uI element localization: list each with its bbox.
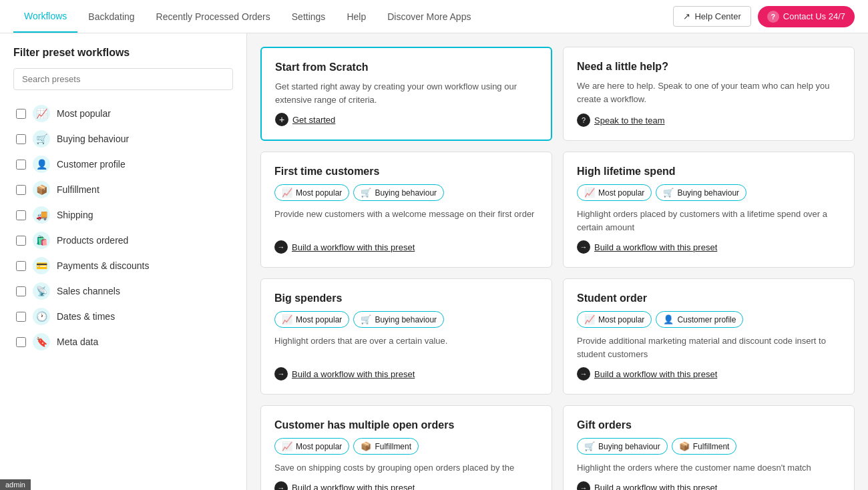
filter-checkbox-payments-discounts[interactable] — [16, 261, 26, 271]
external-link-icon: ↗ — [683, 11, 690, 21]
help-center-button[interactable]: ↗ Help Center — [673, 6, 750, 27]
nav-link-recently-processed[interactable]: Recently Processed Orders — [146, 1, 281, 32]
card-big-spenders: Big spenders 📈Most popular🛒Buying behavi… — [260, 278, 552, 395]
filter-checkbox-sales-channels[interactable] — [16, 286, 26, 296]
card-desc-high-lifetime-spend: Highlight orders placed by customers wit… — [577, 208, 841, 234]
card-desc-start-scratch: Get started right away by creating your … — [275, 80, 537, 106]
filter-icon-customer-profile: 👤 — [33, 156, 50, 173]
filter-item-sales-channels[interactable]: 📡 Sales channels — [13, 278, 233, 304]
filter-checkbox-meta-data[interactable] — [16, 337, 26, 347]
tag-most-popular: 📈Most popular — [274, 311, 349, 328]
filter-item-dates-times[interactable]: 🕐 Dates & times — [13, 304, 233, 329]
nav-actions: ↗ Help Center ? Contact Us 24/7 — [673, 6, 855, 27]
filter-item-customer-profile[interactable]: 👤 Customer profile — [13, 152, 233, 177]
card-tags-student-order: 📈Most popular👤Customer profile — [577, 311, 841, 328]
search-input[interactable] — [13, 68, 233, 90]
nav-links: WorkflowsBackdatingRecently Processed Or… — [13, 1, 673, 33]
arrow-icon-customer-multiple-orders: → — [274, 481, 288, 491]
filter-icon-meta-data: 🔖 — [33, 333, 50, 350]
arrow-icon-high-lifetime-spend: → — [577, 240, 590, 254]
tag-most-popular: 📈Most popular — [577, 311, 652, 328]
tag-most-popular: 📈Most popular — [274, 438, 349, 455]
arrow-icon-gift-orders: → — [577, 481, 590, 491]
preset-link-gift-orders[interactable]: → Build a workflow with this preset — [577, 481, 841, 491]
preset-link-first-time-customers[interactable]: → Build a workflow with this preset — [274, 240, 538, 254]
nav-link-settings[interactable]: Settings — [281, 1, 337, 32]
card-title-big-spenders: Big spenders — [274, 292, 538, 304]
preset-link-customer-multiple-orders[interactable]: → Build a workflow with this preset — [274, 481, 538, 491]
sidebar: Filter preset workflows 📈 Most popular 🛒… — [0, 33, 247, 490]
filter-checkbox-shipping[interactable] — [16, 210, 26, 220]
tag-buying-behaviour: 🛒Buying behaviour — [577, 438, 668, 455]
arrow-icon-big-spenders: → — [274, 367, 288, 381]
filter-label-shipping: Shipping — [57, 210, 93, 220]
filter-list: 📈 Most popular 🛒 Buying behaviour 👤 Cust… — [13, 101, 233, 354]
card-customer-multiple-orders: Customer has multiple open orders 📈Most … — [260, 405, 552, 490]
filter-label-products-ordered: Products ordered — [57, 235, 128, 246]
card-desc-gift-orders: Highlight the orders where the customer … — [577, 461, 841, 475]
card-title-start-scratch: Start from Scratch — [275, 61, 537, 73]
preset-link-student-order[interactable]: → Build a workflow with this preset — [577, 367, 841, 381]
cards-grid: Start from Scratch Get started right awa… — [260, 47, 855, 490]
preset-link-high-lifetime-spend[interactable]: → Build a workflow with this preset — [577, 240, 841, 254]
filter-icon-sales-channels: 📡 — [33, 282, 50, 300]
contact-button[interactable]: ? Contact Us 24/7 — [758, 6, 855, 27]
card-title-gift-orders: Gift orders — [577, 419, 841, 431]
filter-label-customer-profile: Customer profile — [57, 159, 126, 170]
filter-item-payments-discounts[interactable]: 💳 Payments & discounts — [13, 253, 233, 278]
card-need-help: Need a little help? We are here to help.… — [563, 47, 855, 141]
filter-checkbox-most-popular[interactable] — [16, 109, 26, 119]
card-student-order: Student order 📈Most popular👤Customer pro… — [563, 278, 855, 395]
card-desc-student-order: Provide additional marketing material an… — [577, 334, 841, 360]
card-title-first-time-customers: First time customers — [274, 166, 538, 178]
card-title-high-lifetime-spend: High lifetime spend — [577, 166, 841, 178]
preset-link-big-spenders[interactable]: → Build a workflow with this preset — [274, 367, 538, 381]
filter-item-most-popular[interactable]: 📈 Most popular — [13, 101, 233, 126]
question-circle-icon: ? — [577, 113, 590, 127]
filter-icon-fulfillment: 📦 — [33, 181, 50, 198]
filter-checkbox-fulfillment[interactable] — [16, 185, 26, 195]
card-desc-big-spenders: Highlight orders that are over a certain… — [274, 334, 538, 360]
card-gift-orders: Gift orders 🛒Buying behaviour📦Fulfillmen… — [563, 405, 855, 490]
help-center-label: Help Center — [694, 11, 740, 21]
contact-label: Contact Us 24/7 — [783, 11, 845, 21]
speak-team-link[interactable]: ? Speak to the team — [577, 113, 841, 127]
filter-label-fulfillment: Fulfillment — [57, 184, 99, 195]
filter-item-shipping[interactable]: 🚚 Shipping — [13, 202, 233, 228]
admin-badge: admin — [0, 479, 31, 490]
tag-buying-behaviour: 🛒Buying behaviour — [656, 184, 746, 201]
tag-customer-profile: 👤Customer profile — [656, 311, 743, 328]
filter-label-meta-data: Meta data — [57, 336, 98, 347]
sidebar-title: Filter preset workflows — [13, 47, 233, 59]
card-title-customer-multiple-orders: Customer has multiple open orders — [274, 419, 538, 431]
tag-fulfillment: 📦Fulfillment — [353, 438, 419, 455]
filter-item-products-ordered[interactable]: 🛍️ Products ordered — [13, 228, 233, 253]
card-start-scratch: Start from Scratch Get started right awa… — [260, 47, 552, 141]
nav-link-discover[interactable]: Discover More Apps — [377, 1, 481, 32]
filter-icon-products-ordered: 🛍️ — [33, 232, 50, 249]
card-title-need-help: Need a little help? — [577, 61, 841, 73]
filter-icon-dates-times: 🕐 — [33, 308, 50, 325]
card-tags-high-lifetime-spend: 📈Most popular🛒Buying behaviour — [577, 184, 841, 201]
filter-item-buying-behaviour[interactable]: 🛒 Buying behaviour — [13, 126, 233, 152]
tag-buying-behaviour: 🛒Buying behaviour — [353, 311, 444, 328]
main-nav: WorkflowsBackdatingRecently Processed Or… — [0, 0, 868, 33]
nav-link-workflows[interactable]: Workflows — [13, 1, 77, 33]
nav-link-backdating[interactable]: Backdating — [77, 1, 145, 32]
plus-icon: + — [275, 113, 288, 126]
filter-icon-most-popular: 📈 — [33, 105, 50, 122]
filter-checkbox-products-ordered[interactable] — [16, 236, 26, 246]
filter-checkbox-customer-profile[interactable] — [16, 160, 26, 170]
filter-checkbox-buying-behaviour[interactable] — [16, 134, 26, 144]
filter-item-fulfillment[interactable]: 📦 Fulfillment — [13, 177, 233, 202]
card-first-time-customers: First time customers 📈Most popular🛒Buyin… — [260, 152, 552, 268]
nav-link-help[interactable]: Help — [336, 1, 377, 32]
filter-checkbox-dates-times[interactable] — [16, 312, 26, 322]
filter-item-meta-data[interactable]: 🔖 Meta data — [13, 329, 233, 354]
arrow-icon-first-time-customers: → — [274, 240, 288, 254]
filter-label-most-popular: Most popular — [57, 108, 111, 119]
card-tags-gift-orders: 🛒Buying behaviour📦Fulfillment — [577, 438, 841, 455]
get-started-link[interactable]: + Get started — [275, 113, 537, 126]
card-title-student-order: Student order — [577, 292, 841, 304]
tag-most-popular: 📈Most popular — [577, 184, 652, 201]
